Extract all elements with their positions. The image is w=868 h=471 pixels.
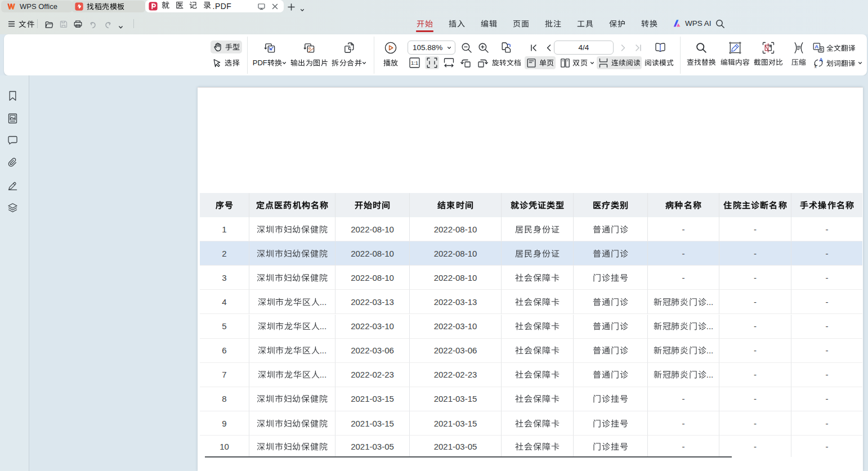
svg-text:x: x: [815, 64, 817, 69]
svg-text:A: A: [819, 57, 823, 62]
svg-text:1:1: 1:1: [411, 60, 418, 66]
svg-text:A: A: [815, 43, 818, 50]
